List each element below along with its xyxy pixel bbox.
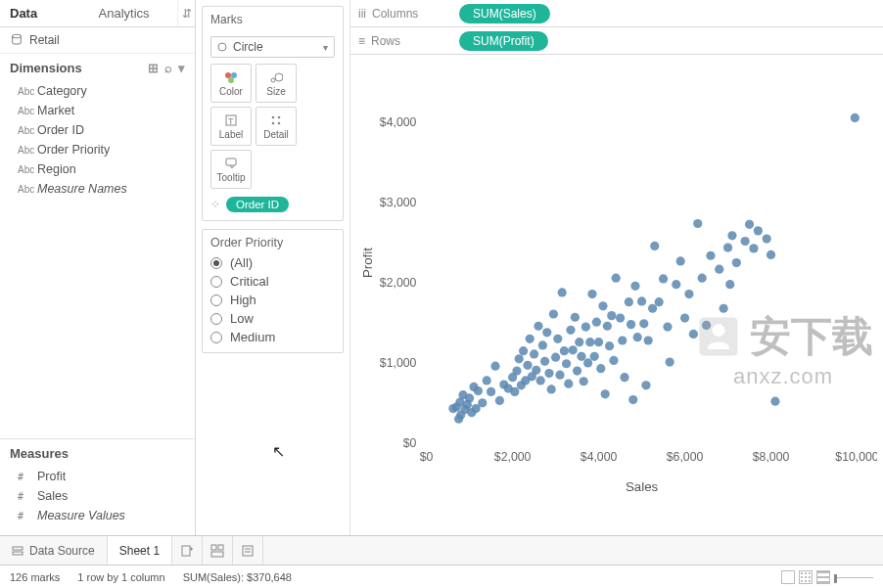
type-icon: # <box>18 491 37 502</box>
dimension-field[interactable]: AbcRegion <box>0 159 195 179</box>
search-icon[interactable]: ⌕ <box>164 61 172 75</box>
dimension-field[interactable]: AbcCategory <box>0 81 195 101</box>
svg-text:$10,000: $10,000 <box>835 450 877 464</box>
rows-pill[interactable]: SUM(Profit) <box>459 31 548 51</box>
svg-point-133 <box>763 234 771 243</box>
filter-option[interactable]: (All) <box>210 255 335 270</box>
new-worksheet-button[interactable] <box>172 536 203 565</box>
new-story-button[interactable] <box>233 536 263 565</box>
svg-point-126 <box>725 280 734 289</box>
option-label: Low <box>230 311 254 326</box>
status-bar: 126 marks 1 row by 1 column SUM(Sales): … <box>0 565 883 588</box>
menu-icon[interactable]: ▾ <box>178 61 185 75</box>
show-me-icon-1[interactable] <box>781 570 795 584</box>
tab-analytics[interactable]: Analytics <box>89 0 178 26</box>
radio-icon <box>210 332 222 343</box>
tabs-menu-icon[interactable]: ⇵ <box>177 0 195 26</box>
svg-point-93 <box>607 311 616 320</box>
svg-point-113 <box>666 357 674 366</box>
svg-point-128 <box>732 258 741 267</box>
measure-field[interactable]: #Measure Values <box>0 506 195 525</box>
filter-option[interactable]: Low <box>210 311 335 326</box>
svg-rect-140 <box>211 545 216 550</box>
option-label: High <box>230 293 256 307</box>
svg-point-48 <box>510 387 519 396</box>
svg-point-98 <box>620 373 628 382</box>
color-button[interactable]: Color <box>210 64 252 103</box>
svg-point-99 <box>625 297 633 306</box>
svg-point-97 <box>618 336 627 344</box>
measure-field[interactable]: #Sales <box>0 486 195 506</box>
filter-option[interactable]: Medium <box>210 330 335 344</box>
columns-pill[interactable]: SUM(Sales) <box>459 4 550 23</box>
marks-card: Marks Circle ▾ Color Size <box>202 6 344 221</box>
size-button[interactable]: Size <box>256 64 297 103</box>
field-label: Measure Values <box>37 509 125 522</box>
viz-area[interactable]: $0$1,000$2,000$3,000$4,000$0$2,000$4,000… <box>350 55 883 535</box>
dimensions-title: Dimensions <box>10 61 82 75</box>
mark-type-select[interactable]: Circle ▾ <box>210 36 335 58</box>
svg-point-102 <box>630 282 639 291</box>
label-button[interactable]: T Label <box>210 107 252 146</box>
rows-shelf[interactable]: ≡ Rows SUM(Profit) <box>350 27 883 55</box>
svg-point-111 <box>659 274 668 283</box>
svg-point-50 <box>515 354 524 363</box>
view-icon[interactable]: ⊞ <box>148 61 159 75</box>
show-me-icon-2[interactable] <box>799 570 813 584</box>
svg-point-64 <box>544 369 553 378</box>
status-grid: 1 row by 1 column <box>77 571 164 583</box>
svg-text:$6,000: $6,000 <box>667 450 704 464</box>
detail-button[interactable]: Detail <box>256 107 297 146</box>
size-icon <box>269 70 283 84</box>
tab-sheet1[interactable]: Sheet 1 <box>108 536 172 565</box>
svg-point-115 <box>676 256 685 265</box>
slider-icon[interactable] <box>834 577 873 584</box>
datasource-row[interactable]: Retail <box>0 27 195 54</box>
measure-field[interactable]: #Profit <box>0 467 195 486</box>
svg-point-54 <box>523 361 532 370</box>
type-icon: Abc <box>18 184 37 195</box>
tab-data-source[interactable]: Data Source <box>0 536 108 565</box>
radio-icon <box>210 313 222 325</box>
show-me-icon-3[interactable] <box>816 570 830 584</box>
detail-shelf: ⁘ Order ID <box>203 197 343 220</box>
tab-data[interactable]: Data <box>0 0 89 26</box>
svg-point-49 <box>512 366 521 375</box>
dimension-field[interactable]: AbcOrder ID <box>0 120 195 140</box>
measures-list: #Profit#Sales#Measure Values <box>0 465 195 535</box>
svg-point-39 <box>474 386 483 395</box>
svg-rect-13 <box>226 158 236 165</box>
svg-text:$2,000: $2,000 <box>494 450 532 464</box>
rows-label: Rows <box>371 34 400 48</box>
filter-option[interactable]: High <box>210 293 335 307</box>
svg-point-103 <box>633 333 642 341</box>
dimension-field[interactable]: AbcMeasure Names <box>0 179 195 199</box>
svg-point-10 <box>278 115 281 118</box>
filter-option[interactable]: Critical <box>210 274 335 289</box>
dimension-field[interactable]: AbcMarket <box>0 101 195 120</box>
field-label: Market <box>37 104 74 117</box>
detail-pill[interactable]: Order ID <box>226 197 289 212</box>
svg-point-78 <box>575 338 583 346</box>
new-dashboard-button[interactable] <box>203 536 233 565</box>
svg-text:$0: $0 <box>403 436 417 450</box>
svg-point-9 <box>272 115 275 118</box>
cards-pane: Marks Circle ▾ Color Size <box>196 0 350 535</box>
svg-point-108 <box>648 304 657 313</box>
columns-shelf[interactable]: iii Columns SUM(Sales) <box>350 0 883 27</box>
status-marks: 126 marks <box>10 571 60 583</box>
svg-point-87 <box>594 338 603 346</box>
tooltip-button[interactable]: Tooltip <box>210 150 252 189</box>
svg-point-6 <box>275 73 283 81</box>
svg-point-95 <box>612 274 621 283</box>
option-label: Critical <box>230 274 269 289</box>
dimension-field[interactable]: AbcOrder Priority <box>0 140 195 159</box>
field-label: Order ID <box>37 123 84 137</box>
filter-options: (All)CriticalHighLowMedium <box>203 255 343 344</box>
svg-point-86 <box>592 318 601 327</box>
type-icon: Abc <box>18 164 37 175</box>
filter-title: Order Priority <box>203 230 343 255</box>
dimensions-header: Dimensions ⊞ ⌕ ▾ <box>0 54 195 79</box>
svg-point-62 <box>540 357 549 366</box>
detail-icon <box>269 113 283 127</box>
